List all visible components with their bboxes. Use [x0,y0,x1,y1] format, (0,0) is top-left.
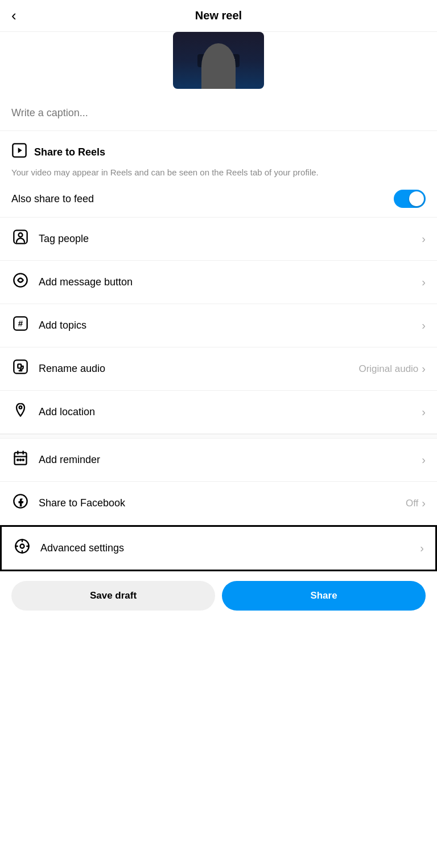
add-message-chevron: › [422,276,426,289]
add-message-button-label: Add message button [39,276,133,288]
advanced-settings-item[interactable]: Advanced settings › [0,525,437,571]
rename-audio-chevron: › [422,362,426,375]
reminder-icon [11,450,30,470]
advanced-settings-chevron: › [420,542,424,555]
caption-area [0,98,437,131]
add-topics-chevron: › [422,319,426,332]
add-location-item[interactable]: Add location › [0,391,437,434]
share-facebook-value: Off [406,498,418,509]
add-reminder-label: Add reminder [39,454,100,466]
svg-point-11 [19,406,22,409]
share-to-reels-title: Share to Reels [34,146,105,158]
rename-audio-label: Rename audio [39,363,105,375]
tag-people-label: Tag people [39,233,89,245]
add-message-button-item[interactable]: Add message button › [0,261,437,304]
advanced-settings-label: Advanced settings [40,542,124,554]
tag-people-item[interactable]: Tag people › [0,218,437,261]
share-button[interactable]: Share [222,581,426,611]
tag-people-icon [11,229,30,249]
reels-icon [11,142,27,162]
add-reminder-chevron: › [422,453,426,466]
toggle-knob [409,191,424,206]
save-draft-button[interactable]: Save draft [11,581,215,611]
section-divider [0,434,437,439]
header: ‹ New reel [0,0,437,32]
location-icon [11,402,30,422]
tag-people-chevron: › [422,232,426,245]
back-button[interactable]: ‹ [11,7,17,24]
svg-point-21 [20,544,24,548]
add-reminder-item[interactable]: Add reminder › [0,439,437,482]
add-topics-label: Add topics [39,320,86,331]
svg-point-4 [14,273,27,286]
svg-point-16 [17,459,18,460]
toggle-label: Also share to feed [11,193,94,205]
add-location-chevron: › [422,406,426,419]
also-share-to-feed-row: Also share to feed [11,190,426,208]
audio-icon [11,359,30,379]
svg-text:#: # [18,318,23,328]
svg-point-17 [20,459,21,460]
topics-icon: # [11,316,30,335]
rename-audio-item[interactable]: Rename audio Original audio › [0,347,437,391]
share-facebook-label: Share to Facebook [39,497,125,509]
cover-image[interactable]: Edit cover [173,32,264,89]
add-topics-item[interactable]: # Add topics › [0,304,437,347]
also-share-feed-toggle[interactable] [394,190,426,208]
rename-audio-value: Original audio [358,363,418,375]
share-to-reels-section: Share to Reels Your video may appear in … [0,131,437,218]
page-title: New reel [195,9,242,22]
share-facebook-item[interactable]: Share to Facebook Off › [0,482,437,525]
facebook-icon [11,493,30,513]
share-to-reels-desc: Your video may appear in Reels and can b… [11,166,426,178]
bottom-bar: Save draft Share [0,571,437,620]
message-icon [11,272,30,292]
settings-icon [13,538,31,558]
svg-marker-1 [18,148,22,153]
svg-point-18 [23,459,24,460]
caption-input[interactable] [11,107,426,119]
cover-area: Edit cover [0,32,437,98]
add-location-label: Add location [39,406,95,418]
svg-point-3 [19,233,23,237]
share-facebook-chevron: › [422,497,426,510]
share-title-row: Share to Reels [11,142,426,162]
